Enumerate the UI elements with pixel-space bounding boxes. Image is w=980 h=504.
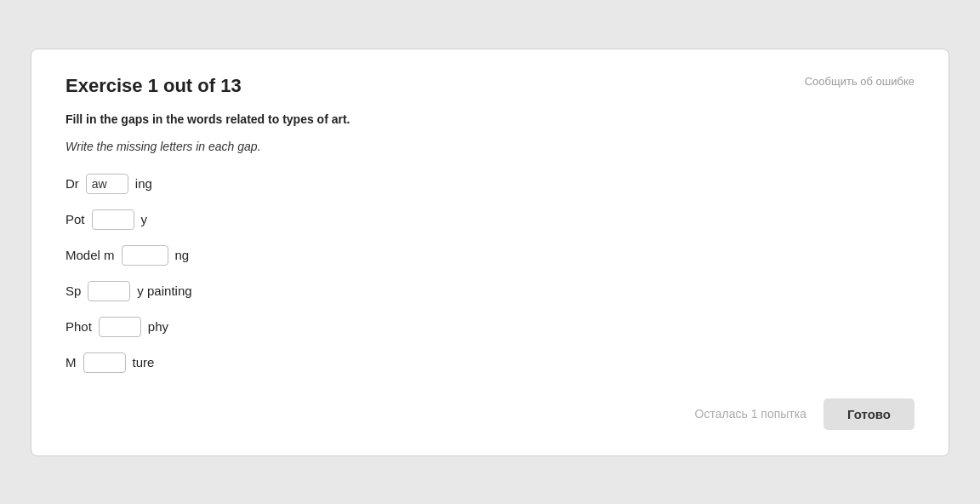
card-footer: Осталась 1 попытка Готово — [66, 398, 914, 430]
exercise-row: Dring — [66, 174, 914, 194]
exercise-title: Exercise 1 out of 13 — [66, 75, 242, 97]
exercise-suffix: ing — [135, 176, 152, 191]
exercise-suffix: ture — [133, 355, 155, 369]
exercise-prefix: M — [66, 355, 77, 369]
exercise-row: Photphy — [66, 317, 914, 337]
exercise-prefix: Phot — [66, 319, 92, 334]
instruction-bold: Fill in the gaps in the words related to… — [66, 112, 914, 126]
exercise-suffix: y — [141, 212, 148, 226]
done-button[interactable]: Готово — [823, 398, 914, 430]
instruction-italic: Write the missing letters in each gap. — [66, 140, 914, 153]
gap-input-miniature[interactable] — [83, 352, 126, 373]
exercise-suffix: y painting — [137, 284, 191, 298]
exercise-prefix: Dr — [66, 176, 79, 191]
gap-input-drawing[interactable] — [86, 174, 128, 194]
exercise-prefix: Sp — [66, 284, 81, 298]
attempts-text: Осталась 1 попытка — [695, 407, 806, 421]
exercise-row: Model mng — [66, 245, 914, 266]
card-header: Exercise 1 out of 13 Сообщить об ошибке — [66, 75, 914, 97]
exercise-suffix: phy — [148, 319, 168, 334]
report-error-link[interactable]: Сообщить об ошибке — [805, 75, 914, 88]
exercise-prefix: Model m — [66, 248, 115, 262]
exercise-prefix: Pot — [66, 212, 85, 226]
gap-input-spray-painting[interactable] — [88, 281, 130, 301]
exercise-suffix: ng — [175, 248, 190, 262]
exercise-card: Exercise 1 out of 13 Сообщить об ошибке … — [31, 49, 949, 456]
gap-input-model-making[interactable] — [122, 245, 168, 266]
exercises-area: DringPotyModel mngSpy paintingPhotphyMtu… — [66, 174, 914, 373]
gap-input-pottery[interactable] — [92, 209, 134, 230]
gap-input-photography[interactable] — [99, 317, 141, 337]
exercise-row: Poty — [66, 209, 914, 230]
exercise-row: Mture — [66, 352, 914, 373]
exercise-row: Spy painting — [66, 281, 914, 301]
